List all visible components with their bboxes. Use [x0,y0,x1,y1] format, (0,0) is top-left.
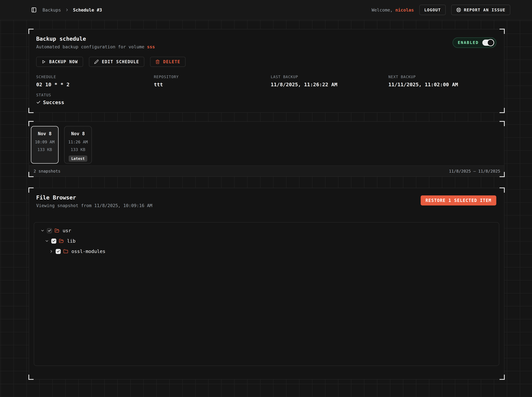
backup-now-button[interactable]: BACKUP NOW [36,57,83,67]
corner-bracket [28,121,34,126]
enabled-label: ENABLED [458,40,479,45]
delete-label: DELETE [163,59,180,64]
lifebuoy-icon [456,7,461,12]
corner-bracket [28,108,34,113]
status-value: Success [36,99,64,105]
welcome-prefix: Welcome, [372,7,393,12]
file-browser-panel: File Browser Viewing snapshot from 11/8/… [29,188,504,379]
snapshots-panel: Nov 8 10:09 AM 133 KB Nov 8 11:26 AM 133… [29,121,504,177]
status-text: Success [43,99,64,105]
snapshot-date-range: 11/8/2025 – 11/8/2025 [449,169,500,174]
breadcrumb: Backups Schedule #3 [43,7,102,12]
tree-item-name: ossl-modules [71,249,106,254]
field-label: REPOSITORY [154,75,271,79]
username: nicolas [395,7,414,12]
chevron-right-icon[interactable] [49,249,53,254]
play-icon [41,60,46,64]
report-issue-label: REPORT AN ISSUE [464,8,505,12]
field-value: 11/8/2025, 11:26:22 AM [271,81,388,87]
checkbox-checked[interactable] [47,228,52,233]
field-label: NEXT BACKUP [388,75,497,79]
sidebar-toggle-icon[interactable] [31,7,37,13]
volume-name: sss [147,44,155,49]
breadcrumb-current: Schedule #3 [73,7,102,12]
corner-bracket [500,121,505,126]
field-next-backup: NEXT BACKUP 11/11/2025, 11:02:00 AM [388,75,497,87]
welcome-text: Welcome, nicolas [372,7,414,12]
checkbox-checked[interactable] [51,239,56,244]
trash-icon [155,60,160,64]
corner-bracket [28,29,34,34]
field-value: 02 10 * * 2 [36,81,154,87]
snapshot-count: 2 snapshots [34,169,61,174]
field-value: 11/11/2025, 11:02:00 AM [388,81,497,87]
latest-badge: Latest [69,155,87,162]
schedule-panel-header: Backup schedule Automated backup configu… [36,36,155,49]
tree-item-name: usr [63,228,71,233]
chevron-right-icon [65,8,69,12]
snapshot-time: 11:26 AM [68,140,88,144]
schedule-panel-subtitle: Automated backup configuration for volum… [36,44,155,49]
chevron-down-icon[interactable] [45,239,49,243]
backup-schedule-panel: Backup schedule Automated backup configu… [29,29,504,113]
snapshot-size: 133 KB [37,147,52,152]
enabled-toggle[interactable] [482,40,494,46]
subtitle-prefix: Automated backup configuration for volum… [36,44,147,49]
top-navbar: Backups Schedule #3 Welcome, nicolas LOG… [0,0,532,20]
snapshot-time: 10:09 AM [35,140,54,144]
corner-bracket [500,108,505,113]
corner-bracket [500,172,505,177]
corner-bracket [28,375,34,380]
file-browser-title: File Browser [36,194,152,201]
status-label: STATUS [36,93,64,97]
tree-row-lib[interactable]: lib [34,236,499,246]
field-schedule: SCHEDULE 02 10 * * 2 [36,75,154,87]
corner-bracket [28,187,34,193]
field-repository: REPOSITORY ttt [154,75,271,87]
snapshots-footer: 2 snapshots 11/8/2025 – 11/8/2025 [29,165,504,176]
checkbox-checked[interactable] [56,249,61,254]
edit-schedule-label: EDIT SCHEDULE [102,59,139,64]
schedule-fields: SCHEDULE 02 10 * * 2 REPOSITORY ttt LAST… [36,75,497,87]
edit-schedule-button[interactable]: EDIT SCHEDULE [89,57,145,67]
backup-now-label: BACKUP NOW [49,59,78,64]
tree-item-name: lib [67,238,76,244]
field-last-backup: LAST BACKUP 11/8/2025, 11:26:22 AM [271,75,388,87]
file-browser-header: File Browser Viewing snapshot from 11/8/… [36,194,152,208]
field-label: LAST BACKUP [271,75,388,79]
snapshot-card[interactable]: Nov 8 11:26 AM 133 KB Latest [64,126,92,164]
delete-button[interactable]: DELETE [150,57,185,67]
folder-closed-icon [63,249,68,254]
corner-bracket [500,187,505,193]
snapshot-size: 133 KB [71,147,85,152]
file-browser-subtitle: Viewing snapshot from 11/8/2025, 10:09:1… [36,203,152,208]
field-status: STATUS Success [36,93,64,105]
folder-open-icon [59,239,64,243]
tree-row-usr[interactable]: usr [34,225,499,236]
logout-button[interactable]: LOGOUT [419,5,446,15]
snapshot-cards: Nov 8 10:09 AM 133 KB Nov 8 11:26 AM 133… [31,126,92,164]
file-tree: usr lib ossl-modules [34,222,499,366]
corner-bracket [500,375,505,380]
corner-bracket [28,172,34,177]
pencil-icon [94,60,99,64]
breadcrumb-parent[interactable]: Backups [43,7,61,12]
schedule-panel-title: Backup schedule [36,36,155,42]
enabled-pill: ENABLED [453,37,496,48]
snapshot-date: Nov 8 [38,131,51,136]
chevron-down-icon[interactable] [40,229,45,233]
folder-open-icon [55,228,59,233]
restore-button[interactable]: RESTORE 1 SELECTED ITEM [421,195,496,205]
field-value: ttt [154,81,271,87]
field-label: SCHEDULE [36,75,154,79]
snapshot-card-selected[interactable]: Nov 8 10:09 AM 133 KB [31,126,59,164]
toggle-knob [487,39,494,46]
corner-bracket [500,29,505,34]
tree-row-ossl-modules[interactable]: ossl-modules [34,246,499,257]
report-issue-button[interactable]: REPORT AN ISSUE [451,5,510,15]
logout-label: LOGOUT [424,8,441,12]
restore-label: RESTORE 1 SELECTED ITEM [425,198,491,203]
snapshot-date: Nov 8 [71,131,85,136]
check-icon [36,100,41,105]
schedule-actions: BACKUP NOW EDIT SCHEDULE DELETE [36,57,185,67]
